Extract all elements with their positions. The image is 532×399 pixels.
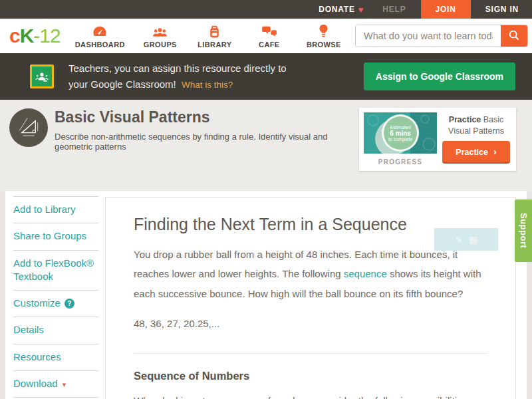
join-button[interactable]: JOIN (421, 0, 471, 19)
search-input[interactable] (356, 25, 501, 47)
concept-description: Describe non-arithmetic sequences by fin… (55, 132, 354, 152)
classroom-banner: Teachers, you can assign this resource d… (0, 53, 532, 100)
browse-lightbulb-icon (319, 24, 329, 39)
estimated-time-badge: Estimated 6 mins to complete (382, 114, 419, 152)
help-link[interactable]: HELP (373, 0, 415, 19)
nav-item-library[interactable]: LIBRARY (196, 24, 234, 49)
concept-title: Basic Visual Patterns (55, 108, 210, 126)
classroom-banner-text: Teachers, you can assign this resource d… (68, 61, 287, 92)
ck12-logo[interactable]: cK-12 (9, 26, 61, 46)
section-divider (134, 353, 487, 354)
search-icon (508, 29, 520, 43)
library-backpack-icon (208, 24, 221, 39)
groups-people-icon (152, 24, 168, 39)
sidebar-item-customize[interactable]: Customize? (13, 290, 98, 317)
note-icon: ▤ (469, 235, 477, 245)
chevron-right-icon: › (493, 146, 497, 157)
sequence-link-1[interactable]: sequence (344, 268, 387, 279)
nav-item-groups[interactable]: GROUPS (141, 24, 180, 49)
lesson-title: Finding the Next Term in a Sequence (134, 215, 487, 234)
practice-title: Practice Basic Visual Patterns (440, 114, 512, 137)
sidebar-item-add-to-library[interactable]: Add to Library (13, 196, 98, 223)
practice-button[interactable]: Practice› (442, 141, 510, 162)
sequence-values: 48, 36, 27, 20.25,... (134, 314, 487, 333)
main-nav: cK-12 DASHBOARD GROUPS LIBRARY (0, 19, 532, 53)
sign-in-button[interactable]: SIGN IN (476, 0, 528, 19)
section-intro: When looking at a sequence of numbers, c… (134, 391, 487, 399)
concept-header: Basic Visual Patterns Describe non-arith… (0, 100, 532, 191)
what-is-this-link[interactable]: What is this? (182, 80, 233, 90)
section-heading: Sequence of Numbers (134, 370, 487, 382)
lesson-card: Finding the Next Term in a Sequence You … (105, 197, 516, 399)
sidebar-item-share-to-groups[interactable]: Share to Groups (13, 223, 98, 249)
search-button[interactable] (501, 25, 527, 47)
progress-label: PROGRESS (364, 158, 437, 166)
progress-image: Estimated 6 mins to complete (364, 112, 437, 154)
donate-link[interactable]: DONATE ♥ (309, 0, 373, 19)
heart-icon: ♥ (358, 5, 364, 15)
pencil-icon: ✎ (455, 235, 462, 245)
google-classroom-icon (30, 65, 54, 88)
chevron-down-icon: ▾ (63, 380, 66, 388)
support-tab[interactable]: Support (515, 200, 532, 262)
page: DONATE ♥ HELP JOIN SIGN IN cK-12 DASHBOA… (0, 0, 532, 399)
question-badge-icon: ? (65, 299, 74, 309)
sidebar-item-resources[interactable]: Resources (13, 344, 98, 370)
sequence-link-2[interactable]: sequence (216, 395, 259, 399)
geometry-triangle-icon (9, 108, 48, 147)
lesson-intro: You drop a rubber ball from a height of … (134, 245, 487, 303)
assign-to-classroom-button[interactable]: Assign to Google Classroom (364, 63, 515, 90)
sidebar-item-add-to-flexbook[interactable]: Add to FlexBook® Textbook (13, 250, 98, 291)
nav-item-dashboard[interactable]: DASHBOARD (75, 24, 125, 49)
top-bar: DONATE ♥ HELP JOIN SIGN IN (0, 0, 532, 19)
content-panel: Add to Library Share to Groups Add to Fl… (5, 191, 527, 399)
dashboard-gauge-icon (92, 24, 107, 39)
nav-item-cafe[interactable]: CAFE (250, 24, 289, 49)
donate-label: DONATE (319, 5, 355, 14)
content-area: Add to Library Share to Groups Add to Fl… (0, 191, 532, 399)
sidebar: Add to Library Share to Groups Add to Fl… (13, 196, 98, 399)
search-box (355, 25, 528, 47)
sidebar-item-download[interactable]: Download▾ (13, 370, 98, 397)
cafe-chat-icon (261, 24, 277, 39)
sidebar-item-details[interactable]: Details (13, 317, 98, 343)
practice-card: Estimated 6 mins to complete PROGRESS Pr… (359, 108, 516, 171)
nav-item-browse[interactable]: BROWSE (305, 24, 343, 49)
nav-items: DASHBOARD GROUPS LIBRARY CAFE (75, 24, 343, 49)
